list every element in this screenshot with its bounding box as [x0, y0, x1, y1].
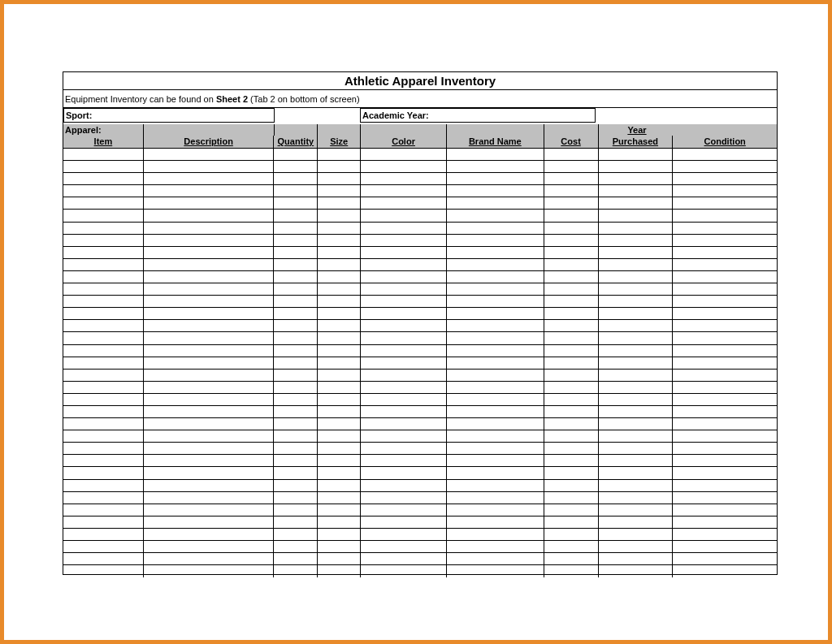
table-cell[interactable] [63, 308, 144, 319]
table-cell[interactable] [318, 529, 361, 540]
table-cell[interactable] [673, 430, 777, 442]
table-cell[interactable] [63, 370, 144, 381]
table-cell[interactable] [361, 357, 447, 369]
table-cell[interactable] [144, 529, 275, 540]
table-cell[interactable] [144, 271, 275, 283]
table-cell[interactable] [447, 296, 544, 307]
table-cell[interactable] [63, 565, 144, 577]
table-cell[interactable] [274, 308, 318, 319]
table-cell[interactable] [673, 394, 777, 405]
table-cell[interactable] [274, 529, 318, 540]
table-cell[interactable] [544, 406, 599, 417]
table-cell[interactable] [361, 161, 447, 172]
table-cell[interactable] [144, 197, 275, 209]
table-cell[interactable] [361, 345, 447, 357]
table-cell[interactable] [361, 308, 447, 319]
table-cell[interactable] [361, 480, 447, 491]
table-cell[interactable] [144, 185, 275, 197]
table-cell[interactable] [144, 467, 275, 478]
table-cell[interactable] [63, 382, 144, 393]
table-cell[interactable] [544, 197, 599, 209]
table-cell[interactable] [318, 382, 361, 393]
table-cell[interactable] [144, 406, 275, 417]
table-cell[interactable] [274, 332, 318, 344]
table-cell[interactable] [447, 455, 544, 466]
table-cell[interactable] [447, 370, 544, 381]
table-row[interactable] [63, 430, 777, 443]
table-cell[interactable] [599, 247, 674, 258]
table-cell[interactable] [447, 504, 544, 516]
table-cell[interactable] [544, 247, 599, 258]
table-cell[interactable] [318, 492, 361, 504]
table-cell[interactable] [63, 455, 144, 466]
table-cell[interactable] [274, 185, 318, 197]
table-cell[interactable] [447, 235, 544, 246]
table-cell[interactable] [544, 345, 599, 357]
table-cell[interactable] [544, 565, 599, 577]
table-cell[interactable] [599, 492, 674, 504]
table-cell[interactable] [144, 357, 275, 369]
table-cell[interactable] [144, 382, 275, 393]
table-row[interactable] [63, 516, 777, 529]
table-cell[interactable] [673, 443, 777, 454]
table-cell[interactable] [544, 430, 599, 442]
table-cell[interactable] [63, 332, 144, 344]
table-cell[interactable] [274, 406, 318, 417]
table-cell[interactable] [318, 185, 361, 197]
table-cell[interactable] [63, 529, 144, 540]
table-cell[interactable] [274, 149, 318, 160]
table-row[interactable] [63, 247, 777, 259]
table-cell[interactable] [63, 406, 144, 417]
table-cell[interactable] [544, 480, 599, 491]
table-cell[interactable] [144, 504, 275, 516]
table-cell[interactable] [599, 235, 674, 246]
table-cell[interactable] [274, 480, 318, 491]
table-cell[interactable] [318, 516, 361, 528]
table-cell[interactable] [673, 197, 777, 209]
table-cell[interactable] [361, 382, 447, 393]
table-cell[interactable] [673, 516, 777, 528]
table-cell[interactable] [673, 406, 777, 417]
table-cell[interactable] [274, 443, 318, 454]
table-cell[interactable] [318, 467, 361, 478]
table-cell[interactable] [599, 418, 674, 430]
table-cell[interactable] [361, 247, 447, 258]
table-row[interactable] [63, 271, 777, 283]
table-cell[interactable] [544, 259, 599, 270]
table-cell[interactable] [318, 345, 361, 357]
table-row[interactable] [63, 161, 777, 173]
table-row[interactable] [63, 197, 777, 210]
table-cell[interactable] [274, 345, 318, 357]
table-cell[interactable] [599, 197, 674, 209]
table-cell[interactable] [447, 565, 544, 577]
table-cell[interactable] [447, 332, 544, 344]
table-cell[interactable] [544, 332, 599, 344]
table-cell[interactable] [63, 504, 144, 516]
table-cell[interactable] [63, 173, 144, 184]
table-cell[interactable] [63, 480, 144, 491]
table-cell[interactable] [447, 173, 544, 184]
table-row[interactable] [63, 443, 777, 455]
table-cell[interactable] [447, 320, 544, 331]
table-cell[interactable] [673, 320, 777, 331]
table-cell[interactable] [274, 296, 318, 307]
table-cell[interactable] [144, 480, 275, 491]
table-cell[interactable] [318, 173, 361, 184]
table-cell[interactable] [544, 223, 599, 234]
table-row[interactable] [63, 370, 777, 382]
table-cell[interactable] [673, 332, 777, 344]
table-cell[interactable] [599, 345, 674, 357]
table-cell[interactable] [544, 467, 599, 478]
table-row[interactable] [63, 173, 777, 185]
table-cell[interactable] [544, 382, 599, 393]
table-cell[interactable] [673, 504, 777, 516]
table-cell[interactable] [544, 443, 599, 454]
table-cell[interactable] [318, 455, 361, 466]
table-cell[interactable] [361, 529, 447, 540]
table-row[interactable] [63, 553, 777, 565]
table-row[interactable] [63, 332, 777, 344]
table-cell[interactable] [144, 173, 275, 184]
table-cell[interactable] [447, 418, 544, 430]
table-cell[interactable] [274, 455, 318, 466]
table-cell[interactable] [318, 161, 361, 172]
